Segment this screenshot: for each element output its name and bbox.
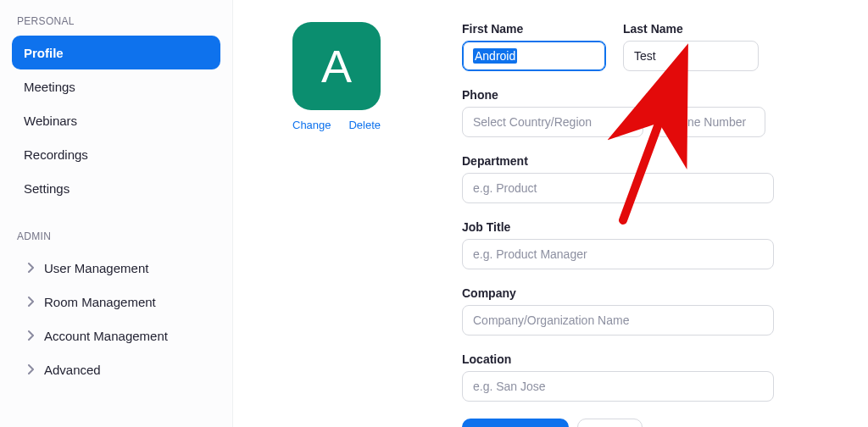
country-select[interactable]: Select Country/Region [462,107,643,137]
last-name-field[interactable] [623,41,759,71]
avatar-column: A Change Delete [292,22,420,427]
company-label: Company [462,286,834,300]
sidebar-item-label: Webinars [24,114,77,128]
sidebar-item-label: Recordings [24,147,88,162]
sidebar-admin-heading: ADMIN [17,230,220,242]
sidebar-item-label: Meetings [24,80,75,94]
sidebar-item-advanced[interactable]: Advanced [12,352,220,386]
sidebar-item-meetings[interactable]: Meetings [12,69,220,103]
sidebar-admin-list: User Management Room Management Account … [12,251,220,386]
company-field[interactable] [462,305,774,336]
chevron-right-icon [24,297,37,307]
chevron-down-icon [626,116,635,128]
chevron-right-icon [24,330,37,341]
chevron-right-icon [24,364,37,374]
location-label: Location [462,352,834,366]
sidebar-item-webinars[interactable]: Webinars [12,103,220,137]
sidebar-item-label: Room Management [44,295,156,309]
sidebar-personal-heading: PERSONAL [17,15,220,27]
phone-label: Phone [462,88,834,102]
department-field[interactable] [462,173,774,203]
sidebar: PERSONAL Profile Meetings Webinars Recor… [0,0,233,427]
jobtitle-label: Job Title [462,220,834,234]
country-select-placeholder: Select Country/Region [473,115,592,129]
avatar-change-link[interactable]: Change [292,119,331,131]
avatar-delete-link[interactable]: Delete [348,119,381,131]
save-button[interactable]: Save Changes [462,419,569,427]
cancel-button[interactable]: Cancel [577,419,643,427]
avatar-initial: A [321,40,352,92]
sidebar-item-user-management[interactable]: User Management [12,251,220,285]
department-label: Department [462,154,834,168]
sidebar-item-profile[interactable]: Profile [12,36,220,69]
first-name-field[interactable]: Android [462,41,606,71]
sidebar-item-account-management[interactable]: Account Management [12,319,220,352]
jobtitle-field[interactable] [462,239,774,269]
sidebar-item-settings[interactable]: Settings [12,171,220,205]
sidebar-item-label: Profile [24,46,64,60]
sidebar-item-label: Settings [24,181,70,196]
sidebar-item-label: Account Management [44,329,168,343]
sidebar-item-recordings[interactable]: Recordings [12,137,220,171]
sidebar-item-room-management[interactable]: Room Management [12,285,220,319]
sidebar-personal-list: Profile Meetings Webinars Recordings Set… [12,36,220,205]
avatar-actions: Change Delete [292,119,381,131]
sidebar-item-label: Advanced [44,363,101,377]
first-name-value: Android [473,48,517,64]
avatar[interactable]: A [292,22,381,110]
chevron-right-icon [24,263,37,273]
sidebar-item-label: User Management [44,261,148,275]
last-name-label: Last Name [623,22,759,36]
location-field[interactable] [462,371,774,402]
first-name-label: First Name [462,22,606,36]
main-content: A Change Delete First Name Android Last … [233,0,868,427]
profile-form: First Name Android Last Name Phone Selec… [462,22,868,427]
phone-number-field[interactable] [655,107,765,137]
